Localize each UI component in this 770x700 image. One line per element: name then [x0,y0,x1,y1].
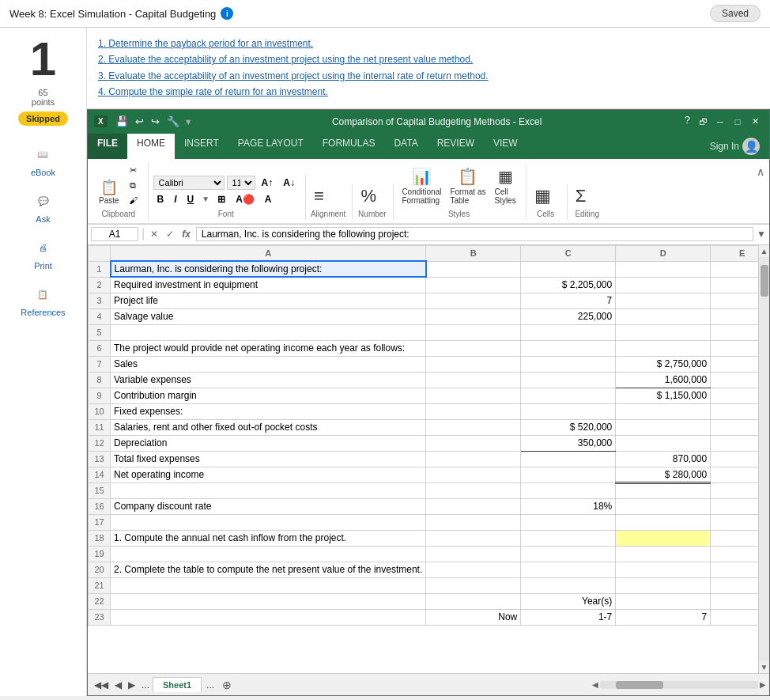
tab-view[interactable]: VIEW [484,134,527,159]
cell-23-C[interactable]: 1-7 [521,609,616,625]
cell-18-C[interactable] [521,530,616,546]
cell-5-E[interactable] [711,324,758,340]
cell-8-A[interactable]: Variable expenses [111,372,426,388]
bold-button[interactable]: B [153,192,168,206]
cell-1-A[interactable]: Laurman, Inc. is considering the followi… [111,261,426,277]
cell-19-C[interactable] [521,546,616,562]
info-icon[interactable]: i [221,7,233,20]
cell-15-D[interactable] [616,482,711,498]
cell-22-A[interactable] [111,593,426,609]
cell-6-C[interactable] [521,340,616,356]
cell-4-E[interactable] [711,308,758,324]
cell-17-D[interactable] [616,514,711,530]
cell-17-E[interactable] [711,514,758,530]
sheet-tab-sheet1[interactable]: Sheet1 [153,677,202,692]
cell-15-A[interactable] [111,482,426,498]
cell-14-C[interactable] [521,467,616,482]
cell-13-C[interactable] [521,451,616,467]
cell-22-B[interactable] [426,593,521,609]
cell-2-E[interactable] [711,277,758,293]
cell-14-B[interactable] [426,467,521,482]
cell-styles-button[interactable]: ▦ CellStyles [491,165,519,206]
cell-6-B[interactable] [426,340,521,356]
cell-19-E[interactable] [711,546,758,562]
sidebar-item-ask[interactable]: 💬 Ask [32,190,55,224]
border-button[interactable]: ⊞ [213,192,229,206]
font-grow-button[interactable]: A↑ [258,176,277,190]
cell-2-C[interactable]: $ 2,205,000 [521,277,616,293]
cell-23-D[interactable]: 7 [616,609,711,625]
formula-input[interactable] [196,227,753,241]
col-header-b[interactable]: B [426,245,521,261]
cell-15-E[interactable] [711,482,758,498]
cell-4-B[interactable] [426,308,521,324]
cell-10-A[interactable]: Fixed expenses: [111,403,426,419]
cell-11-A[interactable]: Salaries, rent and other fixed out-of po… [111,419,426,435]
italic-button[interactable]: I [170,192,180,206]
cell-1-C[interactable] [521,261,616,277]
cell-18-A[interactable]: 1. Compute the annual net cash inflow fr… [111,530,426,546]
cell-11-E[interactable] [711,419,758,435]
paste-button[interactable]: 📋 Paste [96,179,123,206]
format-painter-button[interactable]: 🖌 [125,194,142,206]
cell-1-E[interactable] [711,261,758,277]
cell-12-A[interactable]: Depreciation [111,435,426,451]
maximize-button[interactable]: □ [730,114,745,130]
cell-21-C[interactable] [521,577,616,593]
cell-6-E[interactable] [711,340,758,356]
cell-7-A[interactable]: Sales [111,356,426,372]
cell-8-B[interactable] [426,372,521,388]
cells-button[interactable]: ▦ [531,186,554,206]
tab-pagelayout[interactable]: PAGE LAYOUT [228,134,313,159]
cell-17-A[interactable] [111,514,426,530]
cell-5-D[interactable] [616,324,711,340]
fill-color-button[interactable]: A🔴 [232,192,259,206]
cell-17-C[interactable] [521,514,616,530]
cell-10-E[interactable] [711,403,758,419]
cell-16-E[interactable] [711,498,758,514]
alignment-button[interactable]: ≡ [311,186,327,206]
cell-11-C[interactable]: $ 520,000 [521,419,616,435]
font-size-select[interactable]: 11 [227,176,255,190]
cell-17-B[interactable] [426,514,521,530]
sidebar-item-ebook[interactable]: 📖 eBook [31,143,55,177]
h-scroll-track[interactable] [600,681,758,689]
editing-button[interactable]: Σ [572,186,590,206]
cell-7-C[interactable] [521,356,616,372]
font-shrink-button[interactable]: A↓ [279,176,299,190]
minimize-button[interactable]: ─ [712,114,728,130]
cell-3-D[interactable] [616,293,711,308]
h-scroll-thumb[interactable] [616,681,663,689]
cell-22-E[interactable] [711,593,758,609]
sign-in[interactable]: Sign In 👤 [700,134,769,159]
cell-12-C[interactable]: 350,000 [521,435,616,451]
cell-16-D[interactable] [616,498,711,514]
cell-7-E[interactable] [711,356,758,372]
cell-23-A[interactable] [111,609,426,625]
cell-3-B[interactable] [426,293,521,308]
cell-9-C[interactable] [521,388,616,403]
cell-13-B[interactable] [426,451,521,467]
cell-19-A[interactable] [111,546,426,562]
col-header-e[interactable]: E [711,245,758,261]
sheet-nav-first[interactable]: ◀◀ [91,678,111,692]
cell-13-A[interactable]: Total fixed expenses [111,451,426,467]
cell-1-D[interactable] [616,261,711,277]
scroll-thumb[interactable] [761,265,768,297]
cell-22-D[interactable] [616,593,711,609]
cell-6-D[interactable] [616,340,711,356]
cell-21-B[interactable] [426,577,521,593]
cell-14-E[interactable] [711,467,758,482]
cell-10-D[interactable] [616,403,711,419]
cell-13-E[interactable] [711,451,758,467]
cell-2-A[interactable]: Required investment in equipment [111,277,426,293]
copy-button[interactable]: ⧉ [125,179,142,192]
add-sheet-button[interactable]: ⊕ [217,677,236,693]
tab-formulas[interactable]: FORMULAS [313,134,385,159]
scroll-up-arrow[interactable]: ▲ [759,245,769,257]
cell-15-B[interactable] [426,482,521,498]
formula-cancel-icon[interactable]: ✕ [148,229,160,240]
format-as-table-button[interactable]: 📋 Format asTable [447,165,489,206]
cell-3-E[interactable] [711,293,758,308]
font-color-button[interactable]: A [261,192,276,206]
